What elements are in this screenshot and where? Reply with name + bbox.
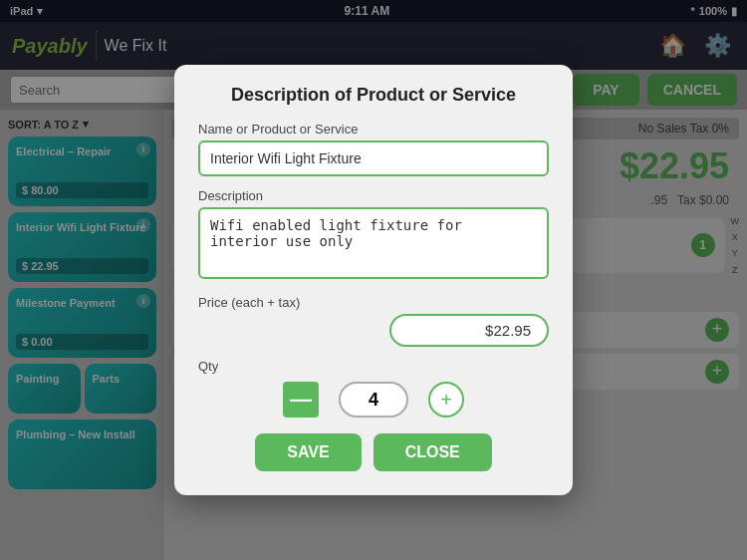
description-textarea[interactable]: Wifi enabled light fixture for interior … bbox=[198, 207, 549, 279]
qty-display: 4 bbox=[339, 382, 408, 418]
close-button[interactable]: CLOSE bbox=[374, 433, 492, 471]
product-dialog: Description of Product or Service Name o… bbox=[174, 65, 573, 495]
qty-minus-button[interactable]: — bbox=[283, 382, 319, 418]
qty-section: Qty — 4 + bbox=[198, 359, 549, 418]
qty-plus-button[interactable]: + bbox=[428, 382, 464, 418]
name-input[interactable] bbox=[198, 140, 549, 176]
price-input[interactable] bbox=[389, 314, 549, 347]
price-label: Price (each + tax) bbox=[198, 295, 549, 310]
qty-label: Qty bbox=[198, 359, 549, 374]
qty-controls: — 4 + bbox=[198, 382, 549, 418]
modal-overlay: Description of Product or Service Name o… bbox=[0, 0, 747, 560]
description-label: Description bbox=[198, 188, 549, 203]
name-label: Name or Product or Service bbox=[198, 122, 549, 137]
dialog-actions: SAVE CLOSE bbox=[198, 433, 549, 471]
dialog-title: Description of Product or Service bbox=[198, 85, 549, 106]
price-input-wrap bbox=[198, 314, 549, 347]
save-button[interactable]: SAVE bbox=[255, 433, 361, 471]
